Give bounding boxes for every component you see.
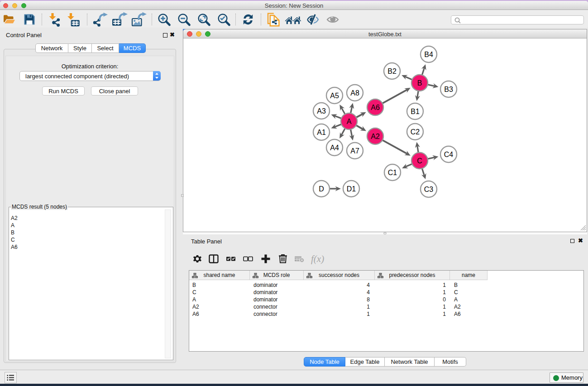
svg-text:f(x): f(x) xyxy=(311,253,324,264)
